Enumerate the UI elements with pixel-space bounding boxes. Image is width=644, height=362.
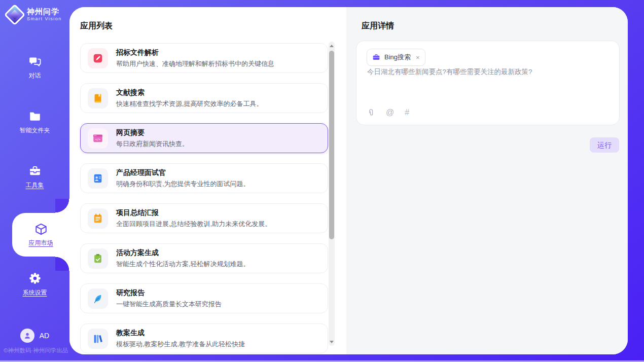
briefcase-icon: [372, 53, 380, 61]
cube-icon: [34, 223, 48, 236]
app-name: 产品经理面试官: [116, 168, 250, 177]
composer-toolbar: @ #: [367, 108, 409, 117]
sidebar-item-label: 系统设置: [23, 288, 47, 297]
app-desc: 每日政府新闻资讯快查。: [116, 139, 189, 149]
app-list-panel: 应用列表 招标文件解析 帮助用户快速、准确地理解和解析招标书中的关键信息: [69, 7, 346, 354]
sidebar-item-toolset[interactable]: 工具集: [0, 164, 69, 190]
sidebar-item-app-market[interactable]: 应用市场: [12, 213, 69, 257]
app-name: 招标文件解析: [116, 48, 274, 57]
svg-text:</>: </>: [95, 137, 101, 141]
app-name: 网页摘要: [116, 128, 189, 137]
scroll-up-arrow-icon[interactable]: [329, 43, 335, 49]
at-icon[interactable]: @: [386, 108, 394, 117]
chat-icon: [28, 55, 42, 68]
user-name: AD: [40, 332, 49, 340]
brand-name: 神州问学: [27, 8, 62, 16]
run-button[interactable]: 运行: [590, 137, 619, 153]
tool-tag-label: Bing搜索: [384, 53, 411, 62]
close-icon[interactable]: ×: [416, 54, 420, 61]
app-desc: 智能生成个性化活动方案,轻松解决规划难题。: [116, 260, 250, 269]
scrollbar-thumb[interactable]: [329, 51, 334, 239]
app-card-web-summary[interactable]: </> 网页摘要 每日政府新闻资讯快查。: [80, 123, 328, 153]
book-icon: [88, 88, 108, 108]
browser-code-icon: </>: [88, 128, 108, 149]
active-tab-curve-top: [55, 199, 69, 213]
calendar-note-icon: [88, 208, 108, 229]
sidebar-item-label: 工具集: [26, 181, 44, 190]
sidebar-item-label: 对话: [29, 71, 41, 80]
books-icon: [88, 329, 108, 349]
paperclip-icon[interactable]: [367, 108, 375, 117]
main-content: 应用列表 招标文件解析 帮助用户快速、准确地理解和解析招标书中的关键信息: [69, 7, 628, 354]
pen-square-icon: [88, 48, 108, 68]
sidebar-item-label: 应用市场: [29, 239, 53, 247]
clipboard-check-icon: [88, 248, 108, 269]
active-tab-curve-bottom: [55, 257, 69, 271]
scroll-down-arrow-icon[interactable]: [329, 339, 335, 345]
app-name: 教案生成: [116, 329, 245, 338]
app-desc: 一键智能生成高质量长文本研究报告: [116, 300, 222, 309]
app-name: 活动方案生成: [116, 248, 250, 258]
person-icon: [23, 331, 32, 340]
brand-logo: 神州问学 Smart Vision: [7, 7, 62, 22]
sidebar-item-settings[interactable]: 系统设置: [0, 272, 69, 297]
person-doc-icon: [88, 168, 108, 189]
app-desc: 明确身份和职责,为您提供专业性的面试问题。: [116, 179, 250, 189]
app-card-lesson-plan[interactable]: 教案生成 模板驱动,教案秒生成,教学准备从此轻松快捷: [80, 323, 328, 353]
app-card-research-report[interactable]: 研究报告 一键智能生成高质量长文本研究报告: [80, 283, 328, 313]
brand-diamond-icon: [4, 4, 25, 25]
app-detail-panel: 应用详情 Bing搜索 × 今日湖北有哪些新闻要点?有哪些需要关注的最新政策? …: [346, 7, 628, 354]
app-card-list: 招标文件解析 帮助用户快速、准确地理解和解析招标书中的关键信息 文献搜索 快速精…: [80, 43, 328, 354]
app-card-pm-interviewer[interactable]: 产品经理面试官 明确身份和职责,为您提供专业性的面试问题。: [80, 163, 328, 193]
query-input[interactable]: 今日湖北有哪些新闻要点?有哪些需要关注的最新政策?: [367, 67, 609, 77]
app-desc: 快速精准查找学术资源,提高研究效率的必备工具。: [116, 99, 263, 108]
app-desc: 帮助用户快速、准确地理解和解析招标书中的关键信息: [116, 59, 274, 68]
avatar: [20, 329, 34, 343]
app-card-event-plan[interactable]: 活动方案生成 智能生成个性化活动方案,轻松解决规划难题。: [80, 243, 328, 273]
app-card-project-summary[interactable]: 项目总结汇报 全面回顾项目进展,总结经验教训,助力未来优化发展。: [80, 203, 328, 233]
toolbox-icon: [28, 164, 42, 177]
app-desc: 全面回顾项目进展,总结经验教训,助力未来优化发展。: [116, 220, 271, 229]
prompt-card: Bing搜索 × 今日湖北有哪些新闻要点?有哪些需要关注的最新政策? @ #: [356, 41, 620, 125]
tool-tag-bing-search[interactable]: Bing搜索 ×: [367, 49, 425, 66]
hash-icon[interactable]: #: [405, 108, 409, 117]
list-scrollbar[interactable]: [329, 42, 335, 346]
folder-icon: [28, 110, 42, 123]
brand-subtitle: Smart Vision: [27, 17, 62, 22]
app-detail-title: 应用详情: [362, 21, 394, 31]
app-name: 文献搜索: [116, 88, 263, 97]
app-list-title: 应用列表: [80, 21, 113, 31]
gear-icon: [28, 272, 42, 285]
sidebar-item-smart-folder[interactable]: 智能文件夹: [0, 110, 69, 135]
sidebar-item-chat[interactable]: 对话: [0, 55, 69, 80]
user-account[interactable]: AD: [0, 329, 69, 343]
copyright-footer: ©神州数码·神州问学出品: [4, 347, 68, 354]
app-name: 研究报告: [116, 288, 222, 298]
sidebar: 神州问学 Smart Vision 对话 智能文件夹 工具集 应: [0, 0, 69, 362]
quill-icon: [88, 288, 108, 309]
app-name: 项目总结汇报: [116, 208, 271, 218]
app-card-literature-search[interactable]: 文献搜索 快速精准查找学术资源,提高研究效率的必备工具。: [80, 83, 328, 113]
sidebar-item-label: 智能文件夹: [20, 126, 50, 135]
app-desc: 模板驱动,教案秒生成,教学准备从此轻松快捷: [116, 340, 245, 349]
app-card-bid-parse[interactable]: 招标文件解析 帮助用户快速、准确地理解和解析招标书中的关键信息: [80, 43, 328, 73]
